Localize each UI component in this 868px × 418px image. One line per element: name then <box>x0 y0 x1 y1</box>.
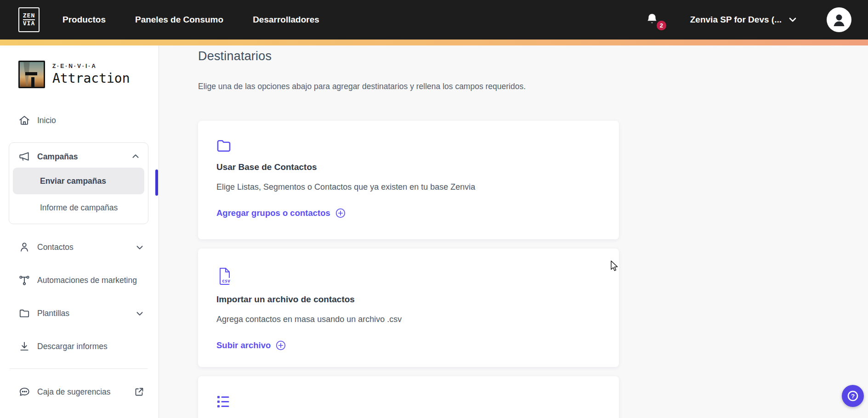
sidebar-item-label: Campañas <box>37 152 78 162</box>
sidebar-item-label: Contactos <box>37 243 74 252</box>
sidebar-item-label: Descargar informes <box>37 342 108 351</box>
sidebar-subitem-label: Informe de campañas <box>40 203 118 213</box>
nav-item-paneles-de-consumo[interactable]: Paneles de Consumo <box>135 15 223 25</box>
sidebar-subitem-enviar-campanas[interactable]: Enviar campañas <box>13 168 144 194</box>
person-icon <box>18 241 30 253</box>
sidebar-subitem-label: Enviar campañas <box>40 176 106 186</box>
list-icon <box>216 395 234 409</box>
card-action-label: Subir archivo <box>216 340 271 350</box>
csv-file-icon: csv <box>216 267 233 286</box>
sidebar-menu: Inicio Campañas <box>0 109 159 403</box>
automation-branch-icon <box>18 274 30 286</box>
card-description: Elige Listas, Segmentos o Contactos que … <box>216 182 598 192</box>
sidebar: Z·E·N·V·I·A Attraction Inicio <box>0 45 159 418</box>
svg-text:csv: csv <box>222 278 230 283</box>
sidebar-subitem-informe-de-campanas[interactable]: Informe de campañas <box>13 194 144 221</box>
external-link-icon <box>134 386 145 397</box>
card-usar-base-de-contactos: Usar Base de Contactos Elige Listas, Seg… <box>198 121 619 239</box>
chevron-up-icon[interactable] <box>130 152 141 162</box>
chat-bubble-icon <box>18 386 30 398</box>
megaphone-icon <box>18 151 30 163</box>
brand-company-name: Z·E·N·V·I·A <box>52 63 130 69</box>
chevron-down-icon[interactable] <box>135 242 145 252</box>
folder-icon <box>216 139 234 154</box>
card-importar-archivo: csv Importar un archivo de contactos Agr… <box>198 249 619 367</box>
card-description: Agrega contactos en masa usando un archi… <box>216 315 598 324</box>
plus-circle-icon <box>335 208 346 219</box>
download-icon <box>18 340 30 352</box>
user-avatar[interactable] <box>827 7 851 32</box>
accent-gradient-bar <box>0 40 868 45</box>
chevron-down-icon[interactable] <box>135 308 145 318</box>
plus-circle-icon <box>275 340 286 351</box>
folder-icon <box>18 307 30 319</box>
chevron-down-icon <box>787 14 798 25</box>
sidebar-item-label: Caja de sugerencias <box>37 387 111 397</box>
card-action-label: Agregar grupos o contactos <box>216 208 330 218</box>
zenvia-logo-icon[interactable]: ZEN VIA <box>18 7 40 32</box>
nav-item-productos[interactable]: Productos <box>62 15 106 25</box>
recipient-option-cards: Usar Base de Contactos Elige Listas, Seg… <box>198 121 619 418</box>
card-manual-list <box>198 376 619 418</box>
top-nav-right: 2 Zenvia SP for Devs (... <box>645 7 851 32</box>
user-icon <box>830 11 848 29</box>
top-navigation-bar: ZEN VIA Productos Paneles de Consumo Des… <box>0 0 868 40</box>
add-groups-or-contacts-button[interactable]: Agregar grupos o contactos <box>216 208 346 219</box>
card-title: Usar Base de Contactos <box>216 162 598 172</box>
attraction-logo-image <box>18 61 45 88</box>
notifications-button[interactable]: 2 <box>645 12 661 28</box>
page-subtitle: Elige una de las opciones abajo para agr… <box>198 82 868 91</box>
help-button[interactable]: ? <box>842 385 864 407</box>
sidebar-item-label: Automaciones de marketing <box>37 276 137 285</box>
question-mark-icon: ? <box>846 389 860 403</box>
sidebar-item-descargar-informes[interactable]: Descargar informes <box>9 335 148 357</box>
top-nav-menu: Productos Paneles de Consumo Desarrollad… <box>62 15 319 25</box>
campaigns-group: Campañas Enviar campañas Informe de camp… <box>9 142 148 224</box>
attraction-brand: Z·E·N·V·I·A Attraction <box>18 61 159 88</box>
sidebar-item-label: Plantillas <box>37 309 69 318</box>
upload-file-button[interactable]: Subir archivo <box>216 340 286 351</box>
sidebar-item-automaciones[interactable]: Automaciones de marketing <box>9 269 148 291</box>
svg-text:?: ? <box>851 393 855 400</box>
sidebar-divider <box>10 368 148 369</box>
page-title: Destinatarios <box>198 49 868 63</box>
notification-count-badge: 2 <box>656 20 667 31</box>
card-title: Importar un archivo de contactos <box>216 294 598 305</box>
account-name-label: Zenvia SP for Devs (... <box>690 15 782 25</box>
zenvia-logo-text-bottom: VIA <box>23 20 35 27</box>
account-switcher[interactable]: Zenvia SP for Devs (... <box>690 14 798 25</box>
active-item-indicator <box>155 169 158 196</box>
sidebar-item-label: Inicio <box>37 116 56 125</box>
nav-item-desarrolladores[interactable]: Desarrolladores <box>253 15 319 25</box>
sidebar-item-campanas[interactable]: Campañas <box>13 146 144 168</box>
brand-product-name: Attraction <box>52 71 130 86</box>
zenvia-logo-text-top: ZEN <box>23 12 35 20</box>
sidebar-item-inicio[interactable]: Inicio <box>9 109 148 131</box>
sidebar-item-contactos[interactable]: Contactos <box>9 236 148 258</box>
home-icon <box>18 114 30 126</box>
main-content: Destinatarios Elige una de las opciones … <box>159 45 868 418</box>
sidebar-item-caja-de-sugerencias[interactable]: Caja de sugerencias <box>9 381 148 403</box>
sidebar-item-plantillas[interactable]: Plantillas <box>9 302 148 324</box>
